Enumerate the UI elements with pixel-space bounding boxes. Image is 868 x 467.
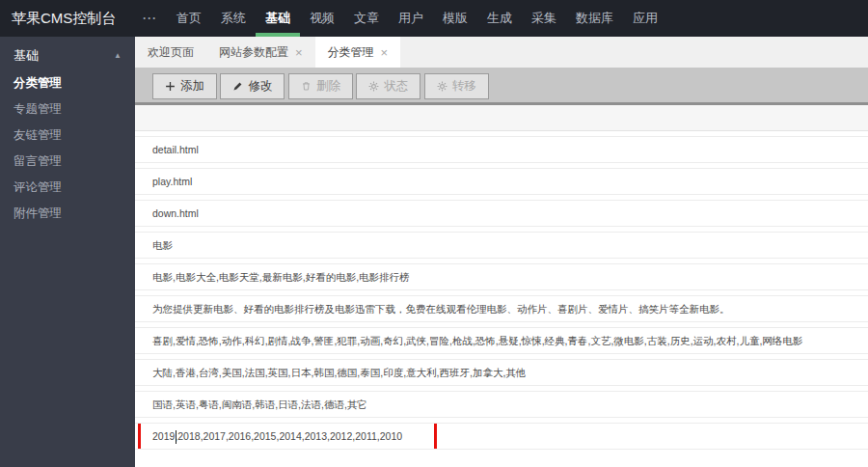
top-menu: 首页 系统 基础 视频 文章 用户 模版 生成 采集 数据库 应用 — [167, 0, 667, 37]
tab-welcome[interactable]: 欢迎页面 — [135, 37, 206, 68]
tab-category-manage[interactable]: 分类管理 × — [315, 37, 401, 68]
nav-item-article[interactable]: 文章 — [344, 0, 389, 37]
nav-item-generate[interactable]: 生成 — [477, 0, 522, 37]
gear-icon — [437, 81, 448, 92]
tab-label: 分类管理 — [328, 37, 374, 68]
add-button[interactable]: 添加 — [152, 73, 217, 99]
collapse-up-icon: ▲ — [114, 41, 122, 70]
data-row-play-template[interactable]: play.html — [135, 168, 868, 195]
category-field-list: detail.html play.html down.html 电影 电影,电影… — [135, 136, 868, 450]
transfer-button-label: 转移 — [452, 78, 476, 95]
nav-item-apps[interactable]: 应用 — [623, 0, 667, 37]
nav-item-home[interactable]: 首页 — [167, 0, 211, 37]
app-title: 苹果CMS控制台 — [0, 0, 143, 37]
data-row-genres[interactable]: 喜剧,爱情,恐怖,动作,科幻,剧情,战争,警匪,犯罪,动画,奇幻,武侠,冒险,枪… — [135, 327, 868, 354]
sidebar: 基础 ▲ 分类管理 专题管理 友链管理 留言管理 评论管理 附件管理 — [0, 37, 135, 467]
tab-label: 欢迎页面 — [148, 37, 194, 68]
data-row-description[interactable]: 为您提供更新电影、好看的电影排行榜及电影迅雷下载，免费在线观看伦理电影、动作片、… — [135, 295, 868, 322]
tab-bar: 欢迎页面 网站参数配置 × 分类管理 × — [135, 37, 868, 68]
nav-item-template[interactable]: 模版 — [433, 0, 477, 37]
sidebar-item-guestbook-manage[interactable]: 留言管理 — [0, 149, 135, 175]
nav-item-database[interactable]: 数据库 — [566, 0, 623, 37]
sidebar-item-comment-manage[interactable]: 评论管理 — [0, 175, 135, 201]
sidebar-group-label: 基础 — [14, 48, 39, 63]
data-row-down-template[interactable]: down.html — [135, 200, 868, 227]
data-row-detail-template[interactable]: detail.html — [135, 136, 868, 163]
delete-button-label: 删除 — [316, 78, 340, 95]
sidebar-item-attachment-manage[interactable]: 附件管理 — [0, 201, 135, 227]
sidebar-item-category-manage[interactable]: 分类管理 — [0, 70, 135, 96]
gear-icon — [368, 81, 379, 92]
more-menu-icon[interactable]: ··· — [143, 0, 157, 37]
sidebar-item-topic-manage[interactable]: 专题管理 — [0, 96, 135, 123]
empty-row — [135, 105, 868, 131]
data-row-keywords[interactable]: 电影,电影大全,电影天堂,最新电影,好看的电影,电影排行榜 — [135, 263, 868, 290]
sidebar-item-friendlink-manage[interactable]: 友链管理 — [0, 123, 135, 149]
edit-button[interactable]: 修改 — [220, 73, 285, 99]
edit-button-label: 修改 — [248, 78, 272, 95]
pencil-icon — [232, 81, 243, 92]
nav-item-collect[interactable]: 采集 — [522, 0, 566, 37]
years-value: 2019,2018,2017,2016,2015,2014,2013,2012,… — [152, 430, 402, 442]
data-row-regions[interactable]: 大陆,香港,台湾,美国,法国,英国,日本,韩国,德国,泰国,印度,意大利,西班牙… — [135, 359, 868, 386]
close-icon[interactable]: × — [381, 46, 389, 59]
add-button-label: 添加 — [180, 78, 204, 95]
text-caret — [176, 430, 176, 444]
top-navbar: 苹果CMS控制台 ··· 首页 系统 基础 视频 文章 用户 模版 生成 采集 … — [0, 0, 868, 37]
nav-item-basic[interactable]: 基础 — [256, 0, 300, 37]
nav-item-video[interactable]: 视频 — [300, 0, 344, 37]
close-icon[interactable]: × — [295, 46, 303, 59]
delete-button[interactable]: 删除 — [288, 73, 353, 99]
nav-item-user[interactable]: 用户 — [389, 0, 433, 37]
sidebar-group-basic[interactable]: 基础 ▲ — [0, 41, 135, 70]
nav-item-system[interactable]: 系统 — [211, 0, 256, 37]
data-row-languages[interactable]: 国语,英语,粤语,闽南语,韩语,日语,法语,德语,其它 — [135, 391, 868, 418]
main-panel: 欢迎页面 网站参数配置 × 分类管理 × 添加 修改 — [135, 37, 868, 467]
status-button-label: 状态 — [384, 78, 408, 95]
data-row-years[interactable]: 2019,2018,2017,2016,2015,2014,2013,2012,… — [135, 423, 868, 450]
tab-site-config[interactable]: 网站参数配置 × — [206, 37, 315, 68]
cms-admin-window: 苹果CMS控制台 ··· 首页 系统 基础 视频 文章 用户 模版 生成 采集 … — [0, 0, 868, 467]
trash-icon — [301, 81, 312, 92]
action-toolbar: 添加 修改 删除 状态 — [135, 68, 868, 105]
status-button[interactable]: 状态 — [356, 73, 420, 99]
data-row-category-name[interactable]: 电影 — [135, 232, 868, 259]
transfer-button[interactable]: 转移 — [424, 73, 489, 99]
plus-icon — [165, 81, 176, 92]
tab-label: 网站参数配置 — [219, 37, 288, 68]
